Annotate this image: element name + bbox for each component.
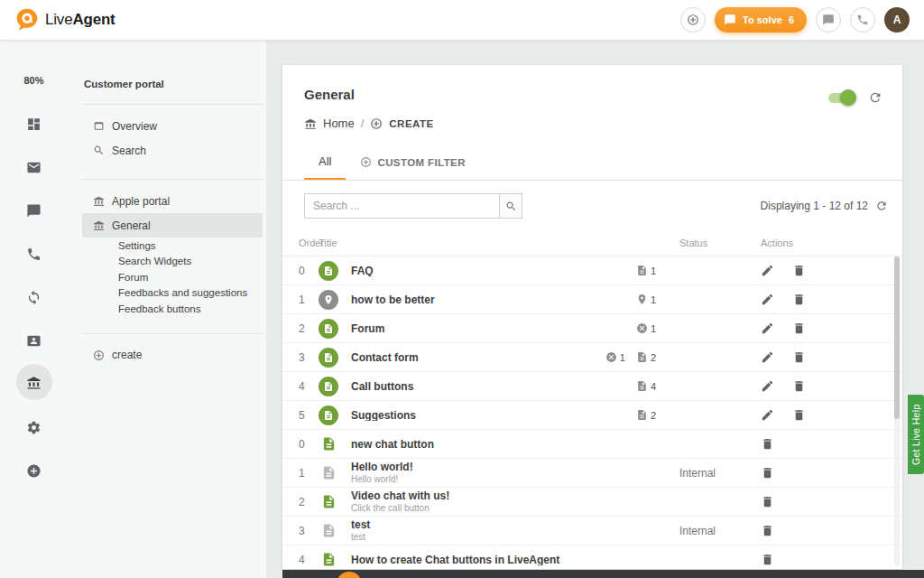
tab-all[interactable]: All	[304, 144, 346, 180]
panel-head: General Home / CREATE	[282, 65, 902, 130]
bank-icon	[93, 195, 105, 207]
row-order: 3	[295, 525, 319, 537]
contacts-icon[interactable]	[0, 333, 68, 349]
page-title: General	[304, 87, 884, 102]
to-solve-label: To solve	[743, 14, 782, 25]
row-title[interactable]: Call buttons	[351, 381, 564, 392]
delete-button[interactable]	[792, 293, 806, 306]
row-order: 2	[295, 496, 319, 508]
delete-button[interactable]	[792, 350, 806, 364]
sidebar-item-search[interactable]: Search	[82, 138, 263, 163]
settings-icon[interactable]	[0, 420, 68, 435]
edit-button[interactable]	[761, 322, 774, 335]
delete-button[interactable]	[792, 379, 806, 393]
addons-icon[interactable]	[0, 463, 68, 479]
delete-button[interactable]	[761, 495, 774, 508]
row-title[interactable]: new chat button	[351, 439, 564, 450]
portal-enabled-toggle[interactable]	[828, 93, 854, 103]
sidebar-item-general[interactable]: General	[82, 213, 263, 238]
sidebar-subitem-forum[interactable]: Forum	[82, 269, 263, 285]
cross-circle-badge: 1	[605, 351, 625, 363]
delete-button[interactable]	[792, 322, 806, 335]
calls-icon[interactable]	[0, 247, 68, 262]
search-icon	[93, 144, 105, 156]
delete-button[interactable]	[761, 437, 774, 451]
row-order: 0	[295, 265, 319, 277]
delete-button[interactable]	[761, 524, 774, 537]
delete-button[interactable]	[761, 466, 774, 480]
column-status: Status	[663, 238, 752, 248]
scrollbar-thumb[interactable]	[894, 256, 900, 419]
plus-circle-icon	[93, 350, 105, 361]
chats-icon[interactable]	[0, 203, 68, 219]
breadcrumb-home[interactable]: Home	[323, 117, 355, 130]
row-title[interactable]: Hello world!Hello world!	[351, 461, 564, 484]
row-title[interactable]: FAQ	[351, 266, 564, 276]
row-order: 5	[295, 409, 319, 422]
to-solve-button[interactable]: To solve 6	[715, 7, 807, 33]
search-button[interactable]	[499, 193, 522, 219]
refresh-icon[interactable]	[868, 90, 882, 105]
table-header: Order Title Status Actions	[282, 229, 902, 256]
row-title[interactable]: Forum	[351, 323, 564, 334]
tab-label: CUSTOM FILTER	[377, 157, 465, 168]
customer-portal-icon-active[interactable]	[16, 364, 52, 400]
header-actions: To solve 6 A	[680, 7, 910, 33]
icon-rail: 80%	[0, 41, 68, 578]
row-title[interactable]: How to create Chat buttons in LiveAgent	[351, 555, 564, 565]
edit-button[interactable]	[761, 408, 774, 422]
bank-icon	[304, 117, 317, 130]
row-badges: 2	[564, 409, 663, 421]
add-button[interactable]	[680, 7, 706, 33]
row-title[interactable]: Contact form	[351, 352, 564, 363]
scrollbar-track[interactable]	[894, 256, 900, 566]
edit-button[interactable]	[761, 379, 774, 393]
sidebar-item-apple-portal[interactable]: Apple portal	[82, 189, 263, 213]
delete-button[interactable]	[792, 264, 806, 277]
chat-widget-button[interactable]	[337, 572, 362, 578]
search-input[interactable]	[304, 193, 499, 219]
edit-button[interactable]	[761, 350, 774, 364]
automation-icon[interactable]	[0, 290, 68, 305]
sidebar-subitem-feedback-buttons[interactable]: Feedback buttons	[82, 301, 263, 317]
doc-badge: 2	[636, 351, 656, 363]
toolbar-right: Displaying 1 - 12 of 12	[761, 200, 888, 212]
row-badges: 1	[564, 294, 663, 305]
sidebar-subitem-search-widgets[interactable]: Search Widgets	[82, 254, 263, 270]
liveagent-logo[interactable]: LiveAgent	[14, 7, 116, 33]
row-actions	[752, 293, 888, 306]
row-order: 0	[295, 438, 319, 451]
edit-button[interactable]	[761, 293, 774, 306]
row-actions	[752, 466, 888, 480]
tab-custom-filter[interactable]: CUSTOM FILTER	[346, 144, 479, 180]
user-avatar[interactable]: A	[884, 7, 910, 33]
circle-doc-icon	[319, 348, 338, 368]
breadcrumb-create[interactable]: CREATE	[389, 118, 433, 129]
table-row: 3Contact form12	[282, 343, 902, 372]
sidebar-subitem-settings[interactable]: Settings	[82, 238, 263, 254]
get-live-help-button[interactable]: Get Live Help	[908, 395, 924, 474]
row-actions	[752, 524, 888, 537]
column-title: Title	[319, 238, 564, 248]
sidebar-item-label: Search	[112, 144, 146, 157]
row-title[interactable]: testtest	[351, 519, 564, 542]
sidebar-subitem-feedbacks[interactable]: Feedbacks and suggestions	[82, 285, 263, 302]
delete-button[interactable]	[792, 408, 806, 422]
delete-button[interactable]	[761, 553, 774, 566]
row-title[interactable]: how to be better	[351, 294, 564, 305]
refresh-icon[interactable]	[875, 200, 888, 212]
edit-button[interactable]	[761, 264, 774, 277]
bank-icon	[93, 219, 105, 231]
chats-button[interactable]	[816, 7, 841, 33]
calls-button[interactable]	[850, 7, 875, 33]
column-actions: Actions	[752, 238, 888, 248]
tickets-icon[interactable]	[0, 160, 68, 175]
row-actions	[752, 408, 888, 422]
sidebar-item-overview[interactable]: Overview	[82, 114, 263, 138]
sidebar-item-create[interactable]: create	[82, 343, 263, 368]
row-title[interactable]: Suggestions	[351, 410, 564, 421]
doc-badge: 4	[636, 380, 656, 392]
dashboard-icon[interactable]	[0, 117, 68, 132]
doc-icon	[636, 351, 648, 363]
row-title[interactable]: Video chat with us!Click the call button	[351, 490, 564, 513]
